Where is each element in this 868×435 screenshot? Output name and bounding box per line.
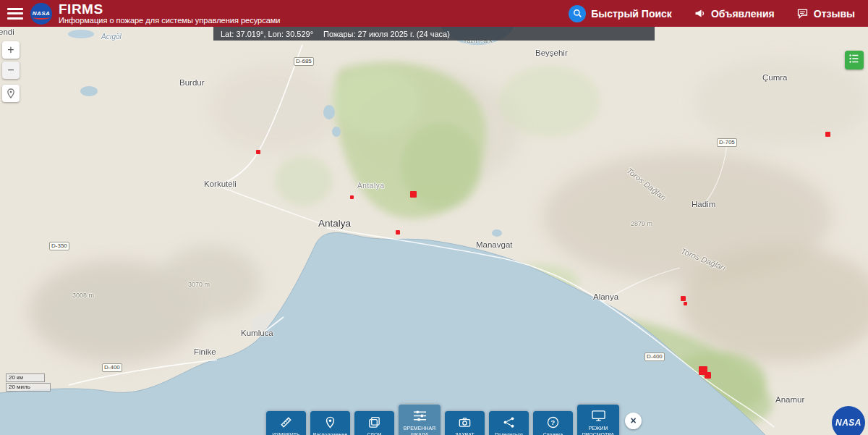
fire-marker[interactable]: [396, 230, 400, 235]
cursor-coordinates: Lat: 37.019°, Lon: 30.529°: [221, 30, 313, 38]
map-info-bar: Lat: 37.019°, Lon: 30.529° Пожары: 27 ию…: [213, 27, 655, 41]
hamburger-menu-icon[interactable]: [7, 8, 23, 20]
scale-km: 20 км: [6, 373, 45, 382]
app-subtitle: Информация о пожаре для системы управлен…: [59, 17, 280, 25]
fire-marker[interactable]: [684, 302, 687, 305]
fires-date-label: Пожары: 27 июля 2025 г. (24 часа): [323, 30, 450, 38]
megaphone-icon: [694, 7, 706, 20]
close-icon: ×: [630, 415, 636, 426]
toolbar-help-button[interactable]: ?Справка: [533, 411, 573, 435]
capture-icon: [457, 415, 472, 429]
nasa-watermark-logo: NASA: [832, 406, 865, 435]
toolbar-timeline-button[interactable]: ВРЕМЕННАЯ ШКАЛА: [399, 405, 441, 435]
toolbar-close-button[interactable]: ×: [625, 413, 642, 429]
map-terrain: [0, 0, 868, 435]
firms-app: endiAcıgölBurdurKorkuteliAntalyaAntalyaM…: [0, 0, 868, 435]
minus-icon: −: [7, 64, 14, 76]
fire-marker[interactable]: [681, 296, 686, 301]
announcements-label: Объявления: [711, 8, 775, 20]
toolbar-view-mode-button[interactable]: РЕЖИМ ПРОСМОТРА: [577, 405, 619, 435]
search-icon: [569, 5, 586, 22]
help-icon: ?: [545, 415, 561, 429]
locate-button[interactable]: [2, 85, 20, 102]
timeline-icon: [412, 409, 427, 423]
nasa-watermark-text: NASA: [835, 418, 861, 428]
toolbar-layers-label: СЛОИ: [366, 431, 383, 435]
legend-list-icon: [848, 52, 861, 68]
zoom-out-button[interactable]: −: [2, 62, 20, 79]
layers-icon: [367, 415, 382, 429]
view-mode-icon: [591, 409, 606, 423]
quick-search-button[interactable]: Быстрый Поиск: [569, 5, 672, 22]
toolbar-view-mode-label: РЕЖИМ ПРОСМОТРА: [577, 425, 619, 435]
share-icon: [501, 415, 516, 429]
location-icon: [323, 415, 338, 429]
location-pin-icon: [5, 89, 17, 101]
feedback-label: Отзывы: [814, 8, 855, 20]
feedback-button[interactable]: Отзывы: [796, 7, 855, 20]
toolbar-measure-label: ИЗМЕРИТЬ: [271, 431, 301, 435]
toolbar-share-button[interactable]: Поделиться: [489, 411, 529, 435]
svg-text:?: ?: [551, 418, 556, 426]
app-title: FIRMS: [59, 2, 280, 17]
app-header: NASA FIRMS Информация о пожаре для систе…: [0, 0, 868, 27]
nasa-logo[interactable]: NASA: [30, 3, 52, 25]
toolbar-help-label: Справка: [542, 431, 564, 435]
toolbar-timeline-label: ВРЕМЕННАЯ ШКАЛА: [399, 425, 441, 435]
zoom-in-button[interactable]: +: [2, 41, 20, 59]
scale-miles: 20 миль: [6, 383, 51, 392]
fire-marker[interactable]: [825, 132, 830, 137]
feedback-bubble-icon: [796, 7, 809, 20]
fire-marker[interactable]: [256, 150, 260, 154]
quick-search-label: Быстрый Поиск: [591, 8, 672, 20]
toolbar-share-label: Поделиться: [493, 431, 524, 435]
measure-icon: [278, 415, 294, 429]
fire-marker[interactable]: [705, 372, 711, 379]
map-canvas[interactable]: [0, 0, 868, 435]
header-nav: Быстрый Поиск Объявления Отзывы: [569, 5, 855, 22]
announcements-button[interactable]: Объявления: [694, 7, 775, 20]
fire-marker[interactable]: [350, 195, 354, 199]
plus-icon: +: [7, 43, 14, 56]
map-scale-bar: 20 км 20 миль: [6, 373, 51, 392]
brand-block: FIRMS Информация о пожаре для системы уп…: [59, 2, 280, 25]
toolbar-measure-button[interactable]: ИЗМЕРИТЬ: [266, 411, 306, 435]
toolbar-layers-button[interactable]: СЛОИ: [354, 411, 394, 435]
fire-marker[interactable]: [410, 191, 417, 198]
legend-button[interactable]: [845, 51, 864, 69]
toolbar-capture-label: ЗАХВАТ: [454, 431, 475, 435]
toolbar-location-button[interactable]: Расположение: [310, 411, 350, 435]
toolbar-location-label: Расположение: [312, 431, 349, 435]
toolbar-capture-button[interactable]: ЗАХВАТ: [445, 411, 485, 435]
